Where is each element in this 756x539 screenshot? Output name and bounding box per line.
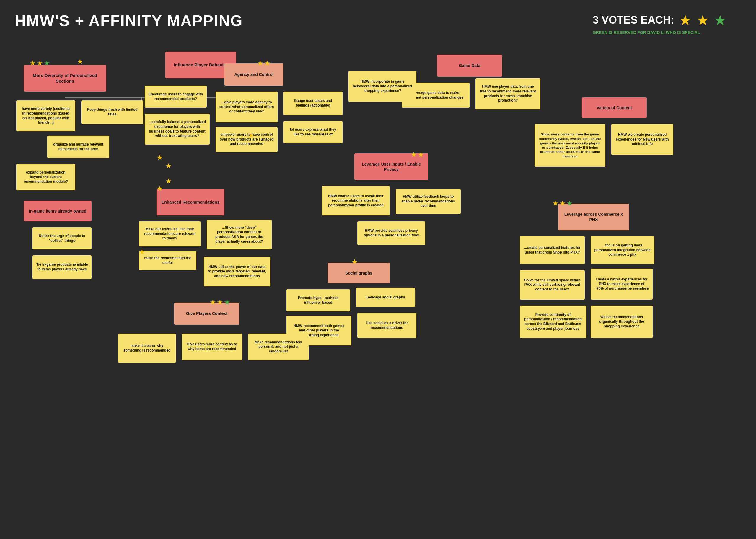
card-c13: HMW use player data from one title to re… bbox=[475, 78, 541, 109]
card-c21: Show more contents from the game communi… bbox=[535, 124, 605, 167]
stars-enhanced: ★ bbox=[156, 185, 163, 193]
card-c30: Leverage social graphs bbox=[356, 288, 415, 307]
card-c23: ...create personalized features for user… bbox=[520, 236, 585, 264]
card-c22: HMW we create personalized experiences f… bbox=[611, 124, 673, 155]
votes-label: 3 VOTES EACH: bbox=[593, 14, 674, 26]
card-c20: HMW provide seamless privacy options in … bbox=[357, 221, 425, 245]
stars-influence2: ★ bbox=[165, 162, 172, 170]
card-c15: ...Show more "deep" personalization cont… bbox=[207, 220, 272, 250]
stars-c16: ★ bbox=[139, 248, 145, 256]
card-c10: let users express what they like to see … bbox=[284, 121, 343, 143]
stars-leverage: ★ ★ bbox=[410, 151, 424, 159]
card-variety: Variety of Content bbox=[582, 97, 647, 118]
card-c8: Gauge user tastes and feelings (actionab… bbox=[284, 92, 343, 115]
card-c1: have more variety (sections) in recommen… bbox=[16, 100, 75, 131]
card-c36: Utilize the urge of people to "collect" … bbox=[33, 227, 92, 250]
votes-section: 3 VOTES EACH: GREEN IS RESERVED FOR DAVI… bbox=[593, 12, 726, 28]
card-in-game-items: In-game items already owned bbox=[24, 201, 92, 221]
card-c32: Use social as a driver for reccommendati… bbox=[357, 313, 416, 338]
stars-give-players: ★ ★ ★ bbox=[210, 298, 230, 306]
stars-influence: ★ bbox=[156, 153, 163, 162]
stars-social: ★ bbox=[351, 258, 358, 266]
card-agency: Agency and Control bbox=[224, 63, 284, 86]
card-game-data: Game Data bbox=[437, 55, 502, 77]
card-social-graphs: Social graphs bbox=[328, 263, 390, 283]
card-c6: ...carefully balance a personalized expe… bbox=[145, 114, 210, 145]
card-leverage-commerce: Leverage across Commerce x PHX bbox=[558, 204, 629, 230]
card-c27: Provide continuity of personalization / … bbox=[520, 306, 586, 338]
stars-commerce: ★ ★ ★ bbox=[552, 199, 573, 207]
card-c17: HMW utilize the power of our data to pro… bbox=[204, 257, 270, 286]
card-c33: make it clearer why something is recomme… bbox=[118, 334, 176, 363]
card-more-diversity: More Diversity of Personalized Sections bbox=[24, 65, 106, 92]
card-c35: Make recommendations feel personal, and … bbox=[248, 334, 308, 360]
card-c3: organize and surface relevant items/deal… bbox=[47, 136, 109, 158]
card-c5: Encourage users to engage with recommend… bbox=[145, 86, 207, 108]
card-c18: HMW enable users to tweak their recommen… bbox=[322, 186, 390, 215]
card-c37: Tie in-game products available to items … bbox=[33, 255, 92, 279]
page-title: HMW'S + AFFINITY MAPPING bbox=[15, 12, 243, 30]
card-c28: Weave recommendations organically throug… bbox=[591, 306, 653, 338]
card-c9: empower users to have control over how p… bbox=[215, 127, 278, 152]
card-c2: Keep things fresh with limited titles bbox=[81, 100, 143, 124]
card-c7: ...give players more agency to control w… bbox=[215, 92, 278, 122]
stars-c7: ★ bbox=[248, 131, 255, 140]
stars-more-diversity2: ★ bbox=[77, 57, 83, 66]
card-c16: make the recommended list useful bbox=[139, 251, 196, 270]
card-c4: expand personalization beyond the curren… bbox=[16, 164, 75, 191]
card-c24: ...focus on getting more personalized in… bbox=[591, 236, 654, 264]
card-enhanced: Enhanced Recommendations bbox=[156, 189, 224, 215]
stars-agency: ★ ★ bbox=[257, 59, 271, 67]
vote-star-3: ★ bbox=[714, 12, 726, 28]
vote-star-1: ★ bbox=[679, 12, 692, 28]
stars-more-diversity: ★ ★ ★ bbox=[30, 59, 50, 67]
card-c29: Promote hype - perhaps influencer based bbox=[287, 289, 350, 311]
card-c25: Solve for the limited space within PHX w… bbox=[520, 270, 585, 300]
card-c19: HMW utilize feedback loops to enable bet… bbox=[396, 189, 461, 214]
card-c26: create a native experiences for PHX to m… bbox=[591, 269, 653, 300]
stars-enhanced2: ★ bbox=[165, 177, 172, 186]
votes-sub: GREEN IS RESERVED FOR DAVID LI WHO IS SP… bbox=[593, 30, 700, 35]
vote-star-2: ★ bbox=[696, 12, 709, 28]
card-c14: Make our users feel like their recommend… bbox=[139, 221, 201, 247]
card-c34: Give users more context as to why items … bbox=[182, 334, 242, 360]
card-c11: HMW incorporate in game behavioral data … bbox=[349, 71, 416, 102]
